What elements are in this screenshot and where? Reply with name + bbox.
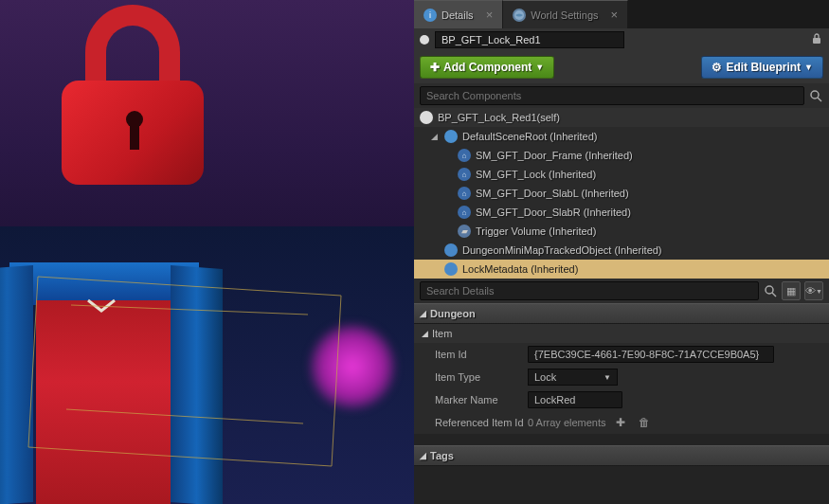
svg-rect-7 [813, 38, 820, 44]
category-label: Tags [430, 450, 454, 461]
marker-name-input[interactable] [528, 391, 622, 408]
category-tags[interactable]: ◢ Tags [414, 445, 829, 466]
actor-name-input[interactable] [435, 31, 624, 48]
mesh-icon: ⌂ [458, 187, 471, 200]
expand-icon[interactable]: ◢ [431, 132, 440, 141]
scene-icon [444, 130, 458, 143]
viewport-door [0, 220, 265, 504]
prop-row-marker-name: Marker Name [414, 388, 829, 411]
view-options-button[interactable]: 👁▼ [804, 281, 823, 300]
chevron-down-icon [85, 297, 118, 315]
tab-label: Details [442, 9, 474, 21]
component-tree: BP_GFT_Lock_Red1(self) ◢ DefaultSceneRoo… [414, 108, 829, 279]
close-icon[interactable]: × [611, 8, 619, 22]
tree-row-lockmetadata[interactable]: LockMetadata (Inherited) [414, 260, 829, 279]
prop-label: Marker Name [414, 394, 528, 405]
prop-label: Item Id [414, 349, 528, 360]
plus-icon: ✚ [430, 61, 440, 74]
prop-label: Referenced Item Id [414, 417, 528, 428]
toolbar: ✚ Add Component ▼ ⚙ Edit Blueprint ▼ [414, 51, 829, 83]
tree-label: Trigger Volume (Inherited) [476, 225, 596, 237]
clear-array-button[interactable]: 🗑 [635, 416, 654, 429]
subcategory-label: Item [432, 328, 452, 339]
subcategory-item[interactable]: ◢ Item [414, 324, 829, 343]
tree-label: SM_GFT_Lock (Inherited) [476, 169, 596, 180]
prop-row-item-type: Item Type Lock ▼ [414, 366, 829, 388]
tree-row-self[interactable]: BP_GFT_Lock_Red1(self) [414, 108, 829, 127]
details-panel: i Details × World Settings × ✚ Add Compo… [414, 0, 829, 504]
tree-row-minimap[interactable]: DungeonMiniMapTrackedObject (Inherited) [414, 241, 829, 260]
details-area: ◢ Dungeon ◢ Item Item Id Item Type Lock … [414, 303, 829, 504]
array-count: 0 Array elements [528, 417, 606, 428]
select-value: Lock [534, 371, 556, 383]
actor-icon [420, 35, 429, 45]
search-components-row [414, 83, 829, 108]
mesh-icon: ⌂ [458, 149, 471, 162]
actor-name-row [414, 28, 829, 51]
search-components-input[interactable] [420, 86, 804, 105]
prop-row-referenced-item-id: Referenced Item Id 0 Array elements ✚ 🗑 [414, 411, 829, 434]
caret-down-icon: ▼ [535, 63, 544, 72]
world-icon [513, 9, 526, 22]
close-icon[interactable]: × [486, 8, 494, 22]
tree-label: DungeonMiniMapTrackedObject (Inherited) [462, 244, 662, 256]
tree-label: SM_GFT_Door_SlabR (Inherited) [476, 207, 631, 218]
search-details-input[interactable] [420, 281, 759, 300]
caret-down-icon: ▼ [804, 63, 813, 72]
lock-icon[interactable] [810, 32, 823, 48]
tab-label: World Settings [531, 9, 598, 21]
item-id-input[interactable] [528, 346, 774, 363]
svg-line-9 [818, 98, 821, 101]
prop-row-item-id: Item Id [414, 343, 829, 366]
prop-label: Item Type [414, 371, 528, 383]
tree-row-mesh[interactable]: ⌂ SM_GFT_Door_SlabL (Inherited) [414, 184, 829, 203]
svg-line-11 [772, 293, 776, 297]
gear-icon: ⚙ [712, 61, 722, 74]
tree-label: DefaultSceneRoot (Inherited) [462, 131, 597, 142]
expand-icon: ◢ [420, 309, 426, 318]
box-icon: ▰ [458, 225, 471, 238]
property-matrix-button[interactable]: ▦ [782, 281, 801, 300]
viewport-3d[interactable] [0, 0, 414, 504]
mesh-icon: ⌂ [458, 168, 471, 181]
tree-row-trigger[interactable]: ▰ Trigger Volume (Inherited) [414, 222, 829, 241]
tree-label: SM_GFT_Door_Frame (Inherited) [476, 150, 633, 161]
add-component-button[interactable]: ✚ Add Component ▼ [420, 56, 554, 79]
svg-point-10 [766, 286, 773, 294]
tab-bar: i Details × World Settings × [414, 0, 829, 28]
tree-label: LockMetadata (Inherited) [462, 263, 578, 275]
tree-label: BP_GFT_Lock_Red1(self) [438, 112, 560, 123]
info-icon: i [424, 9, 437, 22]
search-icon[interactable] [763, 283, 778, 298]
button-label: Add Component [443, 61, 532, 74]
add-array-element-button[interactable]: ✚ [612, 416, 629, 429]
tree-row-mesh[interactable]: ⌂ SM_GFT_Door_Frame (Inherited) [414, 146, 829, 165]
expand-icon: ◢ [422, 329, 428, 338]
category-dungeon[interactable]: ◢ Dungeon [414, 303, 829, 324]
mesh-icon: ⌂ [458, 206, 471, 219]
item-type-select[interactable]: Lock ▼ [528, 369, 618, 386]
caret-down-icon: ▼ [604, 373, 611, 382]
component-icon [444, 262, 458, 276]
viewport-orb [310, 324, 395, 409]
tree-label: SM_GFT_Door_SlabL (Inherited) [476, 188, 629, 199]
svg-point-8 [811, 91, 819, 99]
tree-row-scene-root[interactable]: ◢ DefaultSceneRoot (Inherited) [414, 127, 829, 146]
tab-world-settings[interactable]: World Settings × [503, 0, 628, 28]
tree-row-mesh[interactable]: ⌂ SM_GFT_Lock (Inherited) [414, 165, 829, 184]
component-icon [444, 243, 458, 257]
button-label: Edit Blueprint [726, 61, 801, 74]
actor-icon [420, 111, 433, 124]
viewport-padlock [52, 5, 223, 194]
tree-row-mesh[interactable]: ⌂ SM_GFT_Door_SlabR (Inherited) [414, 203, 829, 222]
category-label: Dungeon [430, 308, 476, 319]
search-details-row: ▦ 👁▼ [414, 279, 829, 303]
edit-blueprint-button[interactable]: ⚙ Edit Blueprint ▼ [701, 56, 823, 79]
expand-icon: ◢ [420, 451, 426, 460]
search-icon[interactable] [808, 88, 823, 103]
tab-details[interactable]: i Details × [414, 0, 503, 28]
